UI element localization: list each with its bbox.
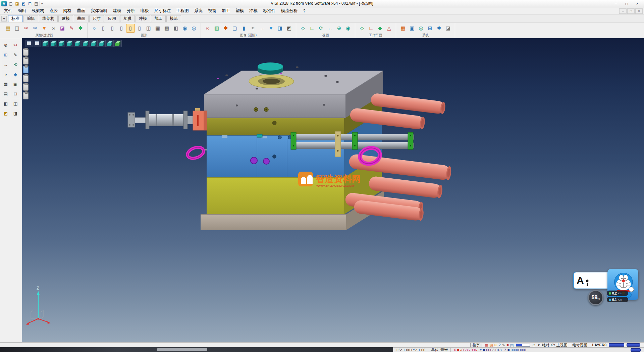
- clipboard-slot-4[interactable]: [23, 75, 29, 82]
- menu-item[interactable]: 曲面: [74, 7, 88, 14]
- view-cube-bottom[interactable]: [90, 40, 98, 47]
- system-snowflake-icon[interactable]: ✱: [435, 24, 443, 33]
- workplane-normal-icon[interactable]: △: [385, 24, 393, 33]
- tab[interactable]: 冲模: [136, 15, 150, 22]
- cut-red-icon[interactable]: ✂: [22, 24, 31, 33]
- restore-button[interactable]: □: [621, 1, 632, 7]
- view-cube-top[interactable]: [50, 40, 57, 47]
- render-palette-icon[interactable]: ✱: [221, 24, 230, 33]
- quick-access-caret[interactable]: ▾: [40, 1, 43, 6]
- system-globe-icon[interactable]: ◎: [417, 24, 425, 33]
- new-file-icon[interactable]: ▢: [8, 1, 13, 6]
- system-perspective-icon[interactable]: ◪: [444, 24, 452, 33]
- mdi-close-button[interactable]: ×: [635, 8, 643, 14]
- box-cylinder-icon[interactable]: ◫: [144, 24, 153, 33]
- view-eye-icon[interactable]: ◉: [344, 24, 353, 33]
- arrow-apply-icon[interactable]: →: [258, 24, 266, 33]
- percent-circle[interactable]: 59%: [588, 290, 603, 305]
- window-view-2[interactable]: [34, 40, 41, 47]
- solid-tool-icon[interactable]: ◆: [11, 70, 19, 78]
- snap-settings-icon[interactable]: ▦: [485, 343, 488, 347]
- wire-globe-icon[interactable]: ◎: [190, 24, 198, 33]
- save-all-icon[interactable]: ⊞: [27, 1, 33, 6]
- menu-item[interactable]: 塑模: [233, 7, 247, 14]
- view-cube-back[interactable]: [66, 40, 73, 47]
- tab[interactable]: 编辑: [23, 15, 38, 22]
- menu-item[interactable]: 系统: [192, 7, 205, 14]
- menu-item[interactable]: 标准件: [260, 7, 278, 14]
- view-pan-icon[interactable]: ↔: [326, 24, 334, 33]
- close-button[interactable]: ×: [632, 1, 643, 7]
- tab[interactable]: 加工: [151, 15, 166, 22]
- menu-item[interactable]: 点云: [47, 7, 61, 14]
- eraser-icon[interactable]: ◪: [58, 24, 67, 33]
- menu-item[interactable]: 加工: [219, 7, 233, 14]
- two-icon[interactable]: 2: [499, 343, 501, 347]
- menu-item[interactable]: 尺寸标注: [152, 7, 174, 14]
- cut-blue-icon[interactable]: ✂: [31, 24, 40, 33]
- save-icon[interactable]: ◩: [21, 1, 26, 6]
- attribute-list-icon[interactable]: ▤: [4, 24, 12, 33]
- search-view-icon[interactable]: ⊙: [532, 343, 535, 347]
- tab[interactable]: 线架构: [39, 15, 58, 22]
- sphere-icon[interactable]: ◉: [180, 24, 189, 33]
- view-cube-shaded[interactable]: [114, 40, 122, 47]
- view-cube-left[interactable]: [74, 40, 82, 47]
- wave-icon[interactable]: ≈: [249, 24, 257, 33]
- view-cube-front[interactable]: [58, 40, 65, 47]
- select-tool-icon[interactable]: ⊕: [2, 41, 10, 49]
- system-colors-icon[interactable]: ▦: [398, 24, 407, 33]
- system-grid-icon[interactable]: ⊞: [426, 24, 434, 33]
- print-icon[interactable]: ▤: [34, 1, 39, 6]
- solid-mesh-icon[interactable]: ▦: [162, 24, 171, 33]
- workplane-3pt-icon[interactable]: ◆: [376, 24, 384, 33]
- menu-item[interactable]: 视窗: [205, 7, 219, 14]
- tab-overflow-caret[interactable]: ▼: [1, 16, 7, 21]
- menu-item[interactable]: 线架构: [29, 7, 47, 14]
- workplane-axes-icon[interactable]: ∟: [367, 24, 375, 33]
- view-cube-right[interactable]: [82, 40, 90, 47]
- view-cube-iso[interactable]: [42, 40, 49, 47]
- cylinder-4-icon[interactable]: ▯: [135, 24, 144, 33]
- cube-shade-icon[interactable]: ◩: [285, 24, 293, 33]
- double-box-icon[interactable]: ◫: [11, 99, 19, 107]
- menu-item[interactable]: 电极: [138, 7, 152, 14]
- sketch-tool-icon[interactable]: ✎: [11, 51, 19, 59]
- menu-item[interactable]: 网格: [61, 7, 74, 14]
- view-cube-sw[interactable]: [98, 40, 106, 47]
- list-panel-icon[interactable]: ▤: [2, 90, 10, 98]
- workplane-xy-icon[interactable]: ◇: [358, 24, 366, 33]
- menu-item[interactable]: 工程图: [174, 7, 192, 14]
- corner-box-icon[interactable]: ◩: [2, 109, 10, 117]
- tab[interactable]: 模流: [166, 15, 181, 22]
- clipboard-slot-2[interactable]: [23, 57, 29, 64]
- tab[interactable]: 曲面: [74, 15, 89, 22]
- trim-tool-icon[interactable]: ✂: [11, 41, 19, 49]
- cylinder-1-icon[interactable]: ▯: [99, 24, 108, 33]
- mdi-restore-button[interactable]: □: [627, 8, 635, 14]
- assistant-card[interactable]: A: [573, 272, 611, 289]
- taskbar-item[interactable]: [157, 348, 207, 351]
- clipboard-slot-5[interactable]: [23, 83, 29, 91]
- red-flag-icon[interactable]: ■: [506, 343, 509, 347]
- mdi-minimize-button[interactable]: –: [619, 8, 627, 14]
- tab[interactable]: 建模: [58, 15, 73, 22]
- clipboard-slot-6[interactable]: [23, 92, 29, 99]
- filter-funnel-icon[interactable]: ▼: [40, 24, 49, 33]
- render-mode-icon[interactable]: ▨: [489, 343, 493, 347]
- subtract-grid-icon[interactable]: ⊟: [11, 90, 19, 98]
- capsule-blue-icon[interactable]: ▮: [239, 24, 248, 33]
- layer-label[interactable]: LAYER0: [592, 343, 606, 347]
- absolute-view-label[interactable]: 绝对视图: [573, 343, 587, 348]
- view-plane-icon[interactable]: ◇: [299, 24, 307, 33]
- snap-button[interactable]: 拴宇: [470, 343, 482, 347]
- snap-grid-icon[interactable]: ⊞: [2, 51, 10, 59]
- circle-icon[interactable]: ○: [90, 24, 99, 33]
- cylinder-selected-icon[interactable]: ▯: [126, 24, 135, 33]
- calc-icon[interactable]: ⊞: [494, 343, 497, 347]
- funnel-blue-icon[interactable]: ▼: [267, 24, 275, 33]
- tab[interactable]: 应用: [105, 15, 119, 22]
- window-view-1[interactable]: [25, 40, 33, 47]
- bounding-box-icon[interactable]: ▣: [11, 80, 19, 88]
- search-caret-icon[interactable]: ▾: [538, 343, 540, 347]
